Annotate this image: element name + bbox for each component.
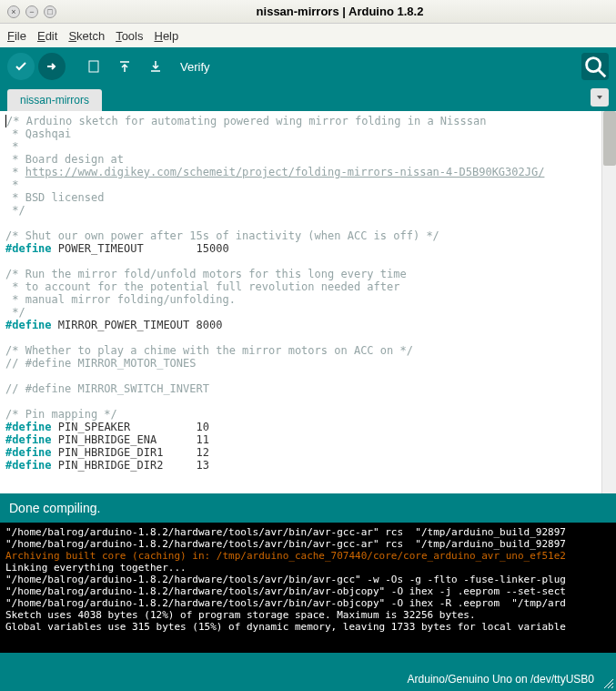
save-button[interactable] <box>142 53 169 80</box>
verify-button[interactable] <box>7 53 35 80</box>
toolbar: Verify <box>0 47 616 86</box>
editor-scrollbar-vertical[interactable] <box>601 111 616 493</box>
menu-tools[interactable]: Tools <box>116 29 143 43</box>
menu-sketch[interactable]: Sketch <box>68 29 105 43</box>
menu-file[interactable]: File <box>7 29 26 43</box>
svg-line-2 <box>599 70 606 77</box>
new-button[interactable] <box>80 53 107 80</box>
window-maximize-button[interactable]: □ <box>44 5 56 18</box>
window-title: nissan-mirrors | Arduino 1.8.2 <box>64 5 616 18</box>
schematic-link[interactable]: https://www.digikey.com/schemeit/project… <box>25 166 545 178</box>
serial-monitor-button[interactable] <box>581 53 609 80</box>
upload-button[interactable] <box>38 53 66 80</box>
console-scrollbar-horizontal[interactable] <box>0 653 616 667</box>
window-close-button[interactable]: × <box>7 5 20 18</box>
board-port-label: Arduino/Genuino Uno on /dev/ttyUSB0 <box>408 673 594 686</box>
tab-bar: nissan-mirrors <box>0 86 616 111</box>
menu-help[interactable]: Help <box>154 29 178 43</box>
window-titlebar: × − □ nissan-mirrors | Arduino 1.8.2 <box>0 0 616 24</box>
code-editor-wrap: /* Arduino sketch for automating powered… <box>0 111 616 493</box>
menu-edit[interactable]: Edit <box>37 29 57 43</box>
scrollbar-thumb[interactable] <box>603 111 616 166</box>
toolbar-label: Verify <box>180 60 210 74</box>
resize-grip-icon[interactable] <box>603 678 614 689</box>
status-bar: Done compiling. <box>0 493 616 523</box>
svg-rect-0 <box>89 61 98 72</box>
open-button[interactable] <box>111 53 138 80</box>
window-minimize-button[interactable]: − <box>25 5 38 18</box>
console-output[interactable]: "/home/balrog/arduino-1.8.2/hardware/too… <box>0 523 616 653</box>
menubar: File Edit Sketch Tools Help <box>0 24 616 47</box>
svg-point-1 <box>587 58 601 72</box>
tab-menu-button[interactable] <box>591 88 609 107</box>
footer: Arduino/Genuino Uno on /dev/ttyUSB0 <box>0 667 616 691</box>
code-editor[interactable]: /* Arduino sketch for automating powered… <box>0 111 601 493</box>
tab-sketch[interactable]: nissan-mirrors <box>7 89 102 111</box>
